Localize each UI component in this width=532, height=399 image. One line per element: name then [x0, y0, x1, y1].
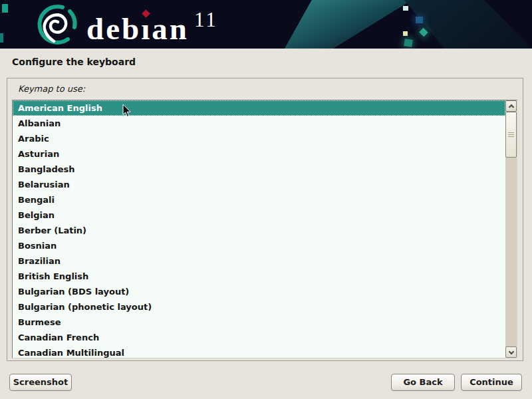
list-item[interactable]: Berber (Latin) [13, 223, 505, 238]
list-item[interactable]: Belgian [13, 207, 505, 223]
screenshot-button[interactable]: Screenshot [9, 374, 72, 391]
continue-button[interactable]: Continue [461, 374, 522, 391]
list-item[interactable]: Belarusian [13, 177, 505, 192]
page-title: Configure the keyboard [12, 57, 136, 67]
banner-art-diamond [419, 28, 428, 37]
debian-wordmark: debian [86, 11, 189, 46]
list-item[interactable]: Asturian [13, 146, 505, 162]
banner-art-square [404, 39, 412, 47]
banner-art-square [0, 33, 3, 43]
list-item[interactable]: Arabic [13, 131, 505, 146]
list-item[interactable]: American English [13, 100, 505, 116]
chevron-up-icon [508, 104, 513, 110]
go-back-button[interactable]: Go Back [391, 374, 455, 391]
debian-version: 11 [194, 9, 218, 30]
scrollbar-grip-icon [508, 132, 514, 138]
vertical-scrollbar[interactable] [505, 100, 517, 358]
banner-art-teal-wedge [276, 0, 419, 49]
debian-swirl-logo-icon [29, 3, 85, 47]
list-item[interactable]: Brazilian [13, 253, 505, 269]
scroll-down-button[interactable] [505, 346, 517, 358]
keymap-listbox[interactable]: American EnglishAlbanianArabicAsturianBa… [12, 100, 517, 358]
installer-banner: debian 11 [0, 0, 532, 49]
list-item[interactable]: Bangladesh [13, 162, 505, 177]
list-item[interactable]: Burmese [13, 315, 505, 330]
chevron-down-icon [508, 348, 513, 354]
debian-logotype: debian [86, 13, 189, 45]
list-item[interactable]: Canadian Multilingual [13, 345, 505, 358]
list-item[interactable]: Bengali [13, 192, 505, 207]
list-item[interactable]: Canadian French [13, 330, 505, 345]
list-item[interactable]: British English [13, 269, 505, 284]
banner-art-square [403, 31, 408, 36]
list-item[interactable]: Albanian [13, 116, 505, 131]
banner-art-square [2, 4, 8, 13]
scroll-up-button[interactable] [505, 100, 517, 112]
keymap-label: Keymap to use: [18, 84, 85, 94]
list-item[interactable]: Bulgarian (BDS layout) [13, 284, 505, 299]
keymap-list-rows: American EnglishAlbanianArabicAsturianBa… [13, 100, 505, 358]
list-item[interactable]: Bosnian [13, 238, 505, 253]
list-item[interactable]: Bulgarian (phonetic layout) [13, 299, 505, 315]
banner-art-square [416, 17, 423, 23]
banner-art-square [403, 6, 408, 11]
scrollbar-thumb[interactable] [505, 112, 517, 158]
